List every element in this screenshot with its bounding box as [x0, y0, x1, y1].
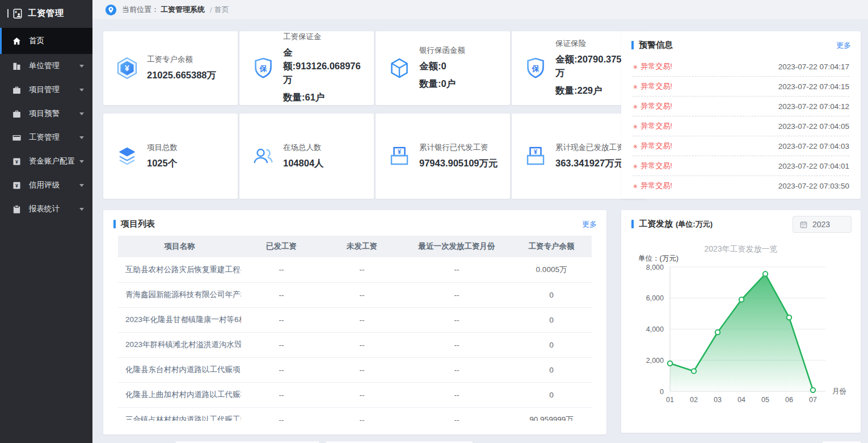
sidebar-item-3[interactable]: 项目管理	[0, 78, 92, 102]
sidebar-item-5[interactable]: 工资管理	[0, 126, 92, 149]
stats-row-2: 项目总数1025个在场总人数104804人¥累计银行已代发工资97943.905…	[103, 114, 606, 199]
sidebar-item-label: 信用评级	[29, 180, 60, 190]
stat-card-label: 工资保证金	[283, 32, 369, 42]
svg-text:0: 0	[660, 388, 664, 396]
table-row[interactable]: 2023年群科镇滩北村溢洪道沟水毁...------0	[118, 332, 592, 357]
svg-text:02: 02	[690, 396, 698, 404]
cell-balance: 0	[511, 307, 592, 332]
cell-name: 2023年化隆县甘都镇隆康一村等6村...	[118, 307, 241, 332]
cell-paid: --	[241, 257, 322, 282]
table-row[interactable]: 2023年化隆县甘都镇隆康一村等6村...------0	[118, 307, 592, 332]
breadcrumb-root[interactable]: 工资管理系统	[161, 5, 205, 15]
stat-card-5: 项目总数1025个	[103, 114, 238, 199]
svg-text:月份: 月份	[832, 387, 846, 395]
stat-card-3: 银行保函金额金额:0数量:0户	[376, 31, 510, 105]
stat-card-value: 21025.665388万	[147, 69, 233, 82]
stat-card-value: 97943.905109万元	[419, 157, 505, 170]
cell-paid: --	[241, 282, 322, 307]
cell-name: 互助县农村公路灾后恢复重建工程-2...	[118, 257, 241, 282]
year-select[interactable]: 2023	[793, 216, 852, 233]
cell-last-month: --	[402, 282, 511, 307]
stat-card-value: 数量:61户	[283, 91, 369, 105]
clipboard-icon	[12, 204, 22, 214]
title-accent-bar	[631, 41, 634, 49]
chart-data-point	[692, 369, 696, 373]
cell-balance: 90.959999万	[511, 407, 592, 421]
cell-balance: 0.0005万	[511, 257, 592, 282]
chart-data-point	[811, 388, 815, 392]
chevron-down-icon	[79, 208, 84, 211]
layers-icon	[116, 145, 138, 168]
stat-card-value: 104804人	[283, 157, 369, 170]
alert-text: 异常交易!	[641, 141, 672, 151]
sidebar-item-8[interactable]: 报表统计	[0, 197, 92, 221]
table-row[interactable]: 化隆县上曲加村村内道路以工代赈项目------0	[118, 382, 592, 407]
sidebar-item-7[interactable]: ¥信用评级	[0, 173, 92, 197]
alert-marker-icon: ✳	[633, 64, 638, 71]
cell-unpaid: --	[322, 407, 402, 421]
sidebar-item-6[interactable]: ¥资金账户配置	[0, 149, 92, 173]
left-column: ¥工资专户余额21025.665388万保工资保证金金额:913126.0689…	[103, 31, 606, 434]
table-row[interactable]: 青海鑫园新能源科技有限公司年产3...------0	[118, 282, 592, 307]
table-row[interactable]: 三合镇占林村村内道路以工代赈工程------90.959999万	[118, 407, 592, 421]
stat-card-texts: 累计银行已代发工资97943.905109万元	[419, 143, 505, 170]
sidebar: ¥ 工资管理 首页单位管理项目管理项目预警工资管理¥资金账户配置¥信用评级报表统…	[0, 0, 92, 443]
alert-marker-icon: ✳	[633, 103, 638, 111]
alert-timestamp: 2023-07-22 07:04:03	[778, 142, 849, 151]
cell-last-month: --	[402, 407, 511, 421]
sidebar-item-4[interactable]: 项目预警	[0, 102, 92, 126]
alerts-more-link[interactable]: 更多	[836, 40, 851, 51]
title-accent-bar	[631, 220, 634, 228]
building-icon	[12, 61, 22, 71]
shield-bao-icon: 保	[524, 57, 547, 80]
stat-card-label: 项目总数	[147, 143, 233, 153]
chart-data-point	[787, 315, 791, 320]
yen-box-icon: ¥	[12, 181, 22, 190]
alerts-title: 预警信息	[639, 40, 673, 51]
shield-bao-icon: 保	[252, 57, 275, 80]
alert-row[interactable]: ✳异常交易!2023-07-22 07:04:03	[633, 136, 849, 156]
sidebar-item-1[interactable]: 首页	[0, 28, 92, 54]
alert-timestamp: 2023-07-22 07:04:17	[778, 62, 849, 71]
people-icon	[252, 145, 275, 168]
alert-row[interactable]: ✳异常交易!2023-07-22 07:04:05	[633, 116, 849, 136]
projects-more-link[interactable]: 更多	[582, 219, 597, 229]
logo-divider	[7, 9, 9, 18]
alert-row[interactable]: ✳异常交易!2023-07-22 07:04:12	[633, 97, 849, 116]
svg-text:01: 01	[666, 396, 674, 404]
alert-row[interactable]: ✳异常交易!2023-07-22 07:04:01	[633, 156, 849, 176]
sidebar-menu: 首页单位管理项目管理项目预警工资管理¥资金账户配置¥信用评级报表统计	[0, 28, 92, 221]
cell-paid: --	[241, 307, 322, 332]
cube-icon	[388, 57, 411, 80]
stat-card-texts: 工资专户余额21025.665388万	[147, 55, 233, 82]
table-column-header: 已发工资	[241, 236, 322, 257]
table-row[interactable]: 化隆县东台村村内道路以工代赈项目------0	[118, 357, 592, 382]
projects-table: 项目名称已发工资未发工资最近一次发放工资月份工资专户余额 互助县农村公路灾后恢复…	[118, 236, 592, 421]
cell-paid: --	[241, 407, 322, 421]
alert-row[interactable]: ✳异常交易!2023-07-22 07:04:17	[633, 57, 849, 77]
stat-card-label: 在场总人数	[283, 143, 369, 153]
cell-unpaid: --	[322, 357, 402, 382]
chart-title-unit: (单位:万元)	[676, 219, 713, 229]
alert-text: 异常交易!	[641, 81, 672, 91]
alert-marker-icon: ✳	[633, 143, 638, 151]
cell-paid: --	[241, 357, 322, 382]
breadcrumb-current[interactable]: 首页	[214, 5, 229, 15]
stat-card-texts: 银行保函金额金额:0数量:0户	[419, 45, 505, 91]
alert-row[interactable]: ✳异常交易!2023-07-22 07:03:50	[633, 176, 849, 189]
stat-card-2: 保工资保证金金额:913126.068976万数量:61户	[239, 31, 374, 105]
cell-last-month: --	[402, 307, 511, 332]
stat-card-texts: 工资保证金金额:913126.068976万数量:61户	[283, 32, 369, 105]
table-column-header: 最近一次发放工资月份	[402, 236, 511, 257]
sidebar-item-2[interactable]: 单位管理	[0, 54, 92, 78]
chevron-down-icon	[79, 112, 84, 115]
alert-row[interactable]: ✳异常交易!2023-07-22 07:04:15	[633, 77, 849, 97]
svg-text:07: 07	[809, 396, 817, 404]
cell-balance: 0	[511, 332, 592, 357]
alert-timestamp: 2023-07-22 07:04:15	[778, 82, 849, 91]
sidebar-item-label: 工资管理	[29, 132, 60, 143]
table-row[interactable]: 互助县农村公路灾后恢复重建工程-2...------0.0005万	[118, 257, 592, 282]
cell-name: 青海鑫园新能源科技有限公司年产3...	[118, 282, 241, 307]
main-area: 当前位置： 工资管理系统 / 首页 ¥工资专户余额21025.665388万保工…	[92, 0, 868, 443]
projects-table-body: 互助县农村公路灾后恢复重建工程-2...------0.0005万青海鑫园新能源…	[118, 257, 592, 421]
